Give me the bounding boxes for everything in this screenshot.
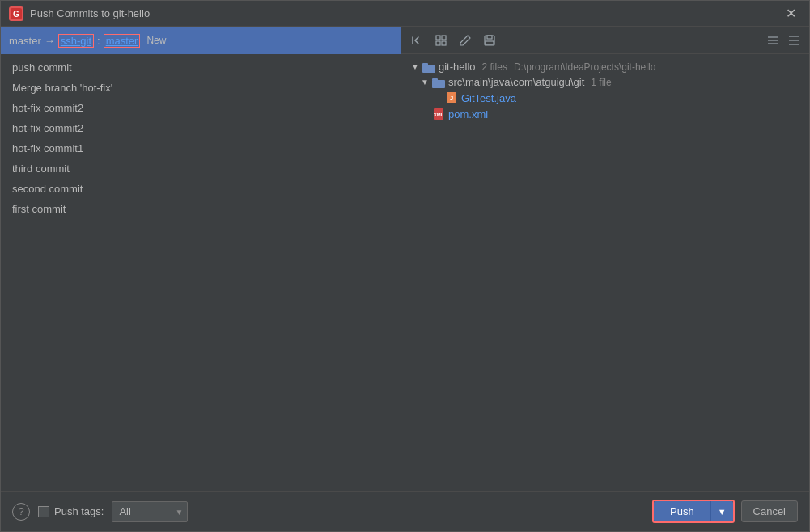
root-folder-path: D:\program\IdeaProjects\git-hello bbox=[514, 61, 655, 73]
right-toolbar bbox=[401, 27, 809, 54]
push-dropdown-arrow-icon: ▼ bbox=[718, 507, 727, 517]
folder-icon-root bbox=[422, 61, 435, 73]
list-item: hot-fix commit2 bbox=[1, 98, 401, 118]
push-dropdown-button[interactable]: ▼ bbox=[710, 501, 733, 521]
svg-rect-6 bbox=[442, 41, 446, 45]
svg-text:J: J bbox=[450, 95, 453, 102]
root-folder-name: git-hello bbox=[439, 61, 476, 73]
help-button[interactable]: ? bbox=[12, 503, 30, 521]
svg-rect-16 bbox=[422, 65, 435, 73]
tags-dropdown[interactable]: All Annotated None bbox=[112, 501, 188, 522]
source-branch-label: master bbox=[9, 35, 41, 47]
svg-rect-17 bbox=[422, 63, 428, 65]
list-item: hot-fix commit2 bbox=[1, 118, 401, 138]
tree-item-src[interactable]: ▼ src\main\java\com\atguigu\git 1 file bbox=[408, 74, 803, 90]
svg-rect-7 bbox=[485, 36, 494, 45]
list-item: push commit bbox=[1, 57, 401, 78]
grid-icon[interactable] bbox=[432, 32, 450, 49]
branch-header: master → ssh-git : master New bbox=[1, 27, 401, 54]
tree-root: ▼ git-hello 2 files D:\program\IdeaProje… bbox=[408, 59, 803, 122]
svg-rect-19 bbox=[432, 78, 438, 81]
bottom-left: ? Push tags: All Annotated None ▼ bbox=[12, 501, 188, 522]
root-file-count: 2 files bbox=[482, 61, 507, 73]
list-item: third commit bbox=[1, 158, 401, 179]
list-item: first commit bbox=[1, 199, 401, 219]
svg-rect-8 bbox=[487, 36, 492, 39]
title-bar-left: G Push Commits to git-hello bbox=[9, 6, 150, 21]
list-item: hot-fix commit1 bbox=[1, 138, 401, 158]
push-commits-dialog: G Push Commits to git-hello ✕ master → s… bbox=[0, 0, 810, 532]
list-item: second commit bbox=[1, 179, 401, 199]
push-tags-container: Push tags: bbox=[38, 505, 104, 517]
main-content: master → ssh-git : master New push commi… bbox=[1, 27, 809, 491]
commit-list: push commitMerge branch 'hot-fix'hot-fix… bbox=[1, 54, 401, 491]
tree-item-pom[interactable]: ▶ XML pom.xml bbox=[408, 106, 803, 122]
toolbar-right bbox=[764, 32, 803, 49]
title-bar: G Push Commits to git-hello ✕ bbox=[1, 1, 809, 27]
cancel-button[interactable]: Cancel bbox=[741, 500, 798, 522]
lines-dense-icon[interactable] bbox=[764, 32, 782, 49]
app-icon: G bbox=[9, 6, 23, 21]
tags-dropdown-wrapper: All Annotated None ▼ bbox=[112, 501, 188, 522]
pom-filename: pom.xml bbox=[448, 108, 488, 120]
tree-item-root[interactable]: ▼ git-hello 2 files D:\program\IdeaProje… bbox=[408, 59, 803, 74]
push-tags-checkbox[interactable] bbox=[38, 506, 49, 517]
right-panel: ▼ git-hello 2 files D:\program\IdeaProje… bbox=[401, 27, 809, 491]
left-panel: master → ssh-git : master New push commi… bbox=[1, 27, 401, 491]
push-button-wrapper: Push ▼ bbox=[652, 500, 735, 523]
svg-text:G: G bbox=[13, 10, 19, 19]
target-branch-link[interactable]: master bbox=[104, 34, 141, 48]
back-icon[interactable] bbox=[408, 32, 426, 49]
src-file-count: 1 file bbox=[591, 77, 611, 88]
close-button[interactable]: ✕ bbox=[781, 4, 801, 23]
svg-rect-18 bbox=[432, 80, 445, 88]
src-folder-name: src\main\java\com\atguigu\git bbox=[448, 76, 584, 88]
svg-text:XML: XML bbox=[434, 112, 444, 117]
xml-file-icon: XML bbox=[432, 108, 445, 120]
save-icon[interactable] bbox=[481, 32, 498, 49]
java-file-icon: J bbox=[445, 91, 458, 104]
svg-rect-3 bbox=[436, 36, 440, 40]
dialog-title: Push Commits to git-hello bbox=[30, 7, 150, 19]
push-button[interactable]: Push bbox=[654, 501, 710, 521]
svg-rect-9 bbox=[486, 41, 494, 44]
colon-separator: : bbox=[97, 35, 100, 47]
new-badge: New bbox=[146, 35, 166, 46]
lines-sparse-icon[interactable] bbox=[785, 32, 803, 49]
svg-rect-5 bbox=[436, 41, 440, 45]
gittest-filename: GitTest.java bbox=[461, 92, 516, 104]
svg-rect-4 bbox=[442, 36, 446, 40]
folder-icon-src bbox=[432, 77, 445, 88]
edit-icon[interactable] bbox=[456, 32, 474, 49]
tree-item-gittest[interactable]: ▶ J GitTest.java bbox=[408, 90, 803, 106]
push-tags-label: Push tags: bbox=[54, 505, 104, 517]
toolbar-left bbox=[408, 32, 498, 49]
list-item: Merge branch 'hot-fix' bbox=[1, 78, 401, 98]
arrow-symbol: → bbox=[45, 35, 55, 47]
collapse-arrow-root: ▼ bbox=[411, 62, 419, 71]
bottom-bar: ? Push tags: All Annotated None ▼ Push ▼ bbox=[1, 491, 809, 531]
collapse-arrow-src: ▼ bbox=[421, 78, 429, 87]
bottom-right: Push ▼ Cancel bbox=[652, 500, 798, 523]
file-tree: ▼ git-hello 2 files D:\program\IdeaProje… bbox=[401, 54, 809, 491]
remote-link[interactable]: ssh-git bbox=[58, 34, 94, 48]
